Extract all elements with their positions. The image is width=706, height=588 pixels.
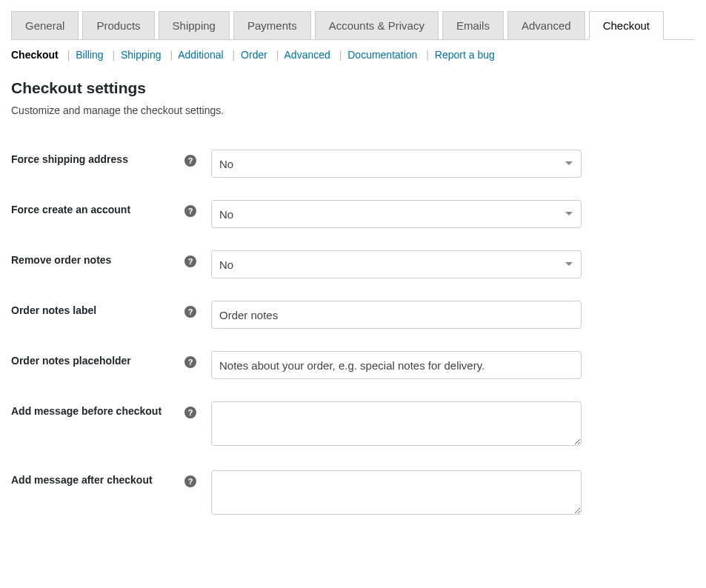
- separator: |: [67, 49, 70, 61]
- subnav-checkout[interactable]: Checkout: [11, 49, 59, 61]
- subnav-shipping[interactable]: Shipping: [121, 49, 161, 61]
- label-text: Add message after checkout: [11, 474, 153, 486]
- settings-table: Force shipping address ? No Force create…: [11, 138, 695, 528]
- label-text: Order notes label: [11, 304, 96, 316]
- tab-shipping[interactable]: Shipping: [159, 11, 230, 40]
- tab-checkout[interactable]: Checkout: [589, 11, 664, 40]
- section-desc: Customize and manage the checkout settin…: [11, 104, 695, 116]
- label-text: Force create an account: [11, 204, 130, 216]
- help-icon[interactable]: ?: [184, 356, 196, 368]
- label-text: Order notes placeholder: [11, 355, 131, 367]
- help-icon[interactable]: ?: [184, 306, 196, 318]
- label-force-shipping: Force shipping address ?: [11, 138, 204, 189]
- tab-advanced[interactable]: Advanced: [507, 11, 585, 40]
- label-text: Add message before checkout: [11, 405, 161, 417]
- subnav-additional[interactable]: Additional: [178, 49, 224, 61]
- help-icon[interactable]: ?: [184, 155, 196, 167]
- main-tabs: General Products Shipping Payments Accou…: [11, 11, 695, 40]
- select-force-shipping[interactable]: No: [211, 150, 582, 178]
- help-icon[interactable]: ?: [184, 407, 196, 418]
- input-notes-label[interactable]: [211, 301, 582, 329]
- section-title: Checkout settings: [11, 79, 695, 97]
- label-notes-placeholder: Order notes placeholder ?: [11, 340, 204, 390]
- help-icon[interactable]: ?: [184, 205, 196, 217]
- tab-products[interactable]: Products: [82, 11, 154, 40]
- subnav-billing[interactable]: Billing: [76, 49, 103, 61]
- subnav-order[interactable]: Order: [241, 49, 267, 61]
- select-remove-notes-wrap: No: [211, 250, 582, 278]
- subnav-report[interactable]: Report a bug: [435, 49, 495, 61]
- separator: |: [233, 49, 236, 61]
- label-text: Remove order notes: [11, 254, 111, 266]
- tab-emails[interactable]: Emails: [442, 11, 504, 40]
- subnav-documentation[interactable]: Documentation: [347, 49, 417, 61]
- textarea-msg-after[interactable]: [211, 470, 582, 515]
- separator: |: [276, 49, 279, 61]
- label-msg-after: Add message after checkout ?: [11, 459, 204, 528]
- separator: |: [112, 49, 115, 61]
- select-force-account-wrap: No: [211, 200, 582, 228]
- sub-nav: Checkout | Billing | Shipping | Addition…: [11, 49, 695, 61]
- tab-general[interactable]: General: [11, 11, 79, 40]
- label-msg-before: Add message before checkout ?: [11, 390, 204, 459]
- input-notes-placeholder[interactable]: [211, 351, 582, 379]
- subnav-advanced[interactable]: Advanced: [284, 49, 330, 61]
- separator: |: [339, 49, 342, 61]
- select-force-shipping-wrap: No: [211, 150, 582, 178]
- label-notes-label: Order notes label ?: [11, 290, 204, 340]
- separator: |: [170, 49, 173, 61]
- help-icon[interactable]: ?: [184, 255, 196, 267]
- separator: |: [426, 49, 429, 61]
- tab-accounts[interactable]: Accounts & Privacy: [315, 11, 439, 40]
- help-icon[interactable]: ?: [184, 475, 196, 487]
- textarea-msg-before[interactable]: [211, 401, 582, 446]
- label-force-account: Force create an account ?: [11, 189, 204, 239]
- select-force-account[interactable]: No: [211, 200, 582, 228]
- select-remove-notes[interactable]: No: [211, 250, 582, 278]
- label-text: Force shipping address: [11, 153, 128, 165]
- label-remove-notes: Remove order notes ?: [11, 239, 204, 290]
- tab-payments[interactable]: Payments: [233, 11, 311, 40]
